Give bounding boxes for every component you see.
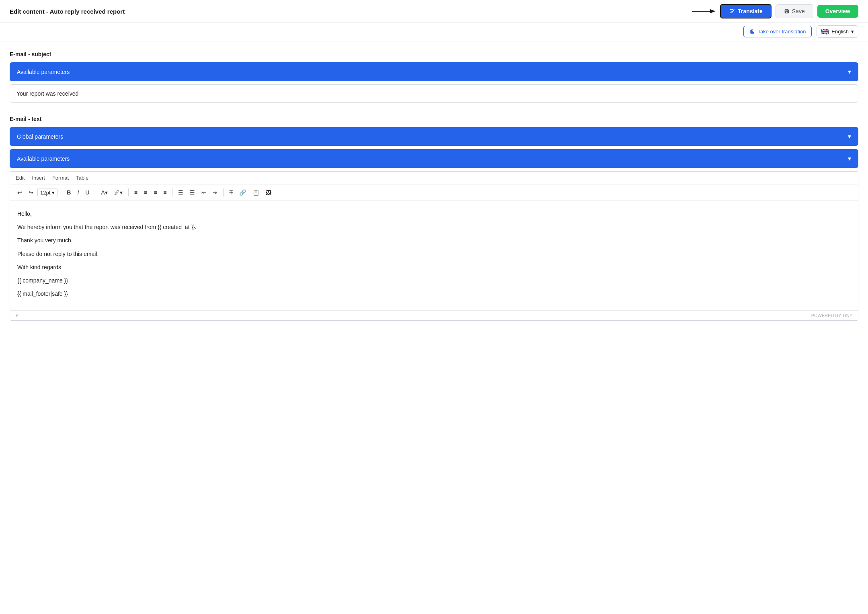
top-bar: Edit content - Auto reply received repor…	[0, 0, 868, 23]
align-right-button[interactable]: ≡	[151, 188, 159, 197]
menu-edit[interactable]: Edit	[16, 175, 25, 181]
secondary-bar: Take over translation 🇬🇧 English ▾	[0, 23, 868, 41]
align-left-button[interactable]: ≡	[132, 188, 140, 197]
underline-button[interactable]: U	[83, 188, 92, 197]
email-subject-label: E-mail - subject	[10, 51, 858, 57]
align-center-button[interactable]: ≡	[142, 188, 150, 197]
arrow-indicator	[692, 6, 716, 17]
menu-table[interactable]: Table	[76, 175, 88, 181]
indent-button[interactable]: ⇥	[210, 188, 220, 197]
content-line-3: Thank you very much.	[17, 235, 851, 246]
content-line-1: Hello,	[17, 209, 851, 219]
separator	[95, 188, 95, 196]
content-line-4: Please do not reply to this email.	[17, 249, 851, 259]
separator	[223, 188, 224, 196]
chevron-down-icon: ▾	[848, 68, 851, 76]
available-params-text-bar[interactable]: Available parameters ▾	[10, 149, 858, 168]
save-button[interactable]: Save	[776, 4, 813, 18]
paste-text-button[interactable]: 📋	[250, 188, 262, 197]
global-params-bar[interactable]: Global parameters ▾	[10, 127, 858, 146]
chevron-down-icon: ▾	[848, 133, 851, 140]
font-size-selector[interactable]: 12pt ▾	[37, 188, 57, 197]
editor-menubar: Edit Insert Format Table	[10, 172, 858, 184]
content-line-5: With kind regards	[17, 262, 851, 272]
translate-icon	[729, 8, 735, 14]
save-icon	[784, 8, 790, 14]
numbered-list-button[interactable]: ☰	[187, 188, 197, 197]
available-params-subject-bar[interactable]: Available parameters ▾	[10, 62, 858, 81]
overview-button[interactable]: Overview	[817, 5, 858, 18]
rich-text-editor: Edit Insert Format Table ↩ ↪ 12pt ▾ B I …	[10, 171, 858, 321]
language-selector[interactable]: 🇬🇧 English ▾	[817, 25, 858, 38]
strikethrough-button[interactable]: T	[227, 188, 235, 197]
flag-icon: 🇬🇧	[821, 28, 829, 35]
separator	[61, 188, 61, 196]
email-subject-input[interactable]	[10, 84, 858, 103]
menu-format[interactable]: Format	[52, 175, 69, 181]
bold-button[interactable]: B	[64, 188, 73, 197]
content-line-7: {{ mail_footer|safe }}	[17, 289, 851, 299]
content-line-6: {{ company_name }}	[17, 276, 851, 286]
translate-button[interactable]: Translate	[720, 4, 771, 18]
editor-toolbar: ↩ ↪ 12pt ▾ B I U A▾ 🖊▾ ≡ ≡ ≡ ≡	[10, 184, 858, 201]
take-over-button[interactable]: Take over translation	[743, 26, 812, 37]
content-area: E-mail - subject Available parameters ▾ …	[0, 41, 868, 321]
email-text-label: E-mail - text	[10, 116, 858, 122]
content-line-2: We hereby inform you that the report was…	[17, 222, 851, 232]
email-text-section: E-mail - text Global parameters ▾ Availa…	[10, 116, 858, 321]
outdent-button[interactable]: ⇤	[199, 188, 209, 197]
redo-button[interactable]: ↪	[26, 188, 36, 197]
svg-marker-1	[710, 9, 716, 14]
chevron-down-icon: ▾	[848, 155, 851, 162]
italic-button[interactable]: I	[75, 188, 81, 197]
link-button[interactable]: 🔗	[237, 188, 248, 197]
page-title: Edit content - Auto reply received repor…	[10, 8, 125, 15]
copy-icon	[749, 29, 755, 35]
chevron-down-icon: ▾	[52, 190, 55, 196]
undo-button[interactable]: ↩	[15, 188, 25, 197]
editor-footer-right: POWERED BY TINY	[811, 313, 852, 318]
insert-image-button[interactable]: 🖼	[263, 188, 274, 197]
menu-insert[interactable]: Insert	[32, 175, 45, 181]
top-actions: Translate Save Overview	[692, 4, 858, 18]
highlight-button[interactable]: 🖊▾	[112, 188, 125, 197]
editor-footer-left: P	[16, 313, 18, 318]
chevron-down-icon: ▾	[851, 29, 854, 35]
align-justify-button[interactable]: ≡	[161, 188, 169, 197]
editor-footer: P POWERED BY TINY	[10, 310, 858, 320]
text-color-button[interactable]: A▾	[98, 188, 110, 197]
editor-content-area[interactable]: Hello, We hereby inform you that the rep…	[10, 201, 858, 310]
separator	[128, 188, 129, 196]
separator	[172, 188, 172, 196]
bullet-list-button[interactable]: ☰	[176, 188, 186, 197]
